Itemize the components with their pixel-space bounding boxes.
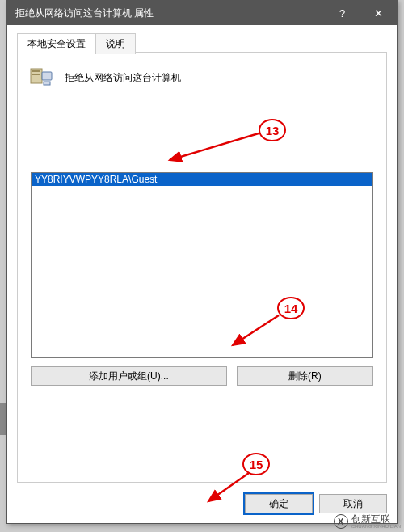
policy-header: 拒绝从网络访问这台计算机 [18,53,386,103]
list-button-row: 添加用户或组(U)... 删除(R) [31,366,373,386]
tab-local-security[interactable]: 本地安全设置 [17,33,96,54]
watermark-subtext: CHUANG XINHU LIAN [351,524,401,529]
callout-13: 13 [259,119,286,141]
svg-rect-1 [32,70,40,72]
watermark-text: 创新互联 [351,514,401,524]
add-user-button[interactable]: 添加用户或组(U)... [31,366,227,386]
callout-14: 14 [277,297,305,319]
svg-rect-3 [42,72,52,80]
background-strip [0,403,6,435]
policy-icon [27,64,55,91]
watermark-text-block: 创新互联 CHUANG XINHU LIAN [351,514,401,529]
callout-15: 15 [242,453,270,475]
policy-title: 拒绝从网络访问这台计算机 [65,71,181,85]
properties-dialog: 拒绝从网络访问这台计算机 属性 ? ✕ 本地安全设置 说明 拒绝从网络访问这台计… [6,0,398,524]
titlebar[interactable]: 拒绝从网络访问这台计算机 属性 ? ✕ [7,1,397,25]
client-area: 本地安全设置 说明 拒绝从网络访问这台计算机 YY8RIYVWPYY8RLA\G… [7,25,397,523]
tab-panel: 拒绝从网络访问这台计算机 YY8RIYVWPYY8RLA\Guest 添加用户或… [17,52,387,483]
tab-strip: 本地安全设置 说明 [17,33,135,54]
cancel-button[interactable]: 取消 [319,494,387,513]
close-button[interactable]: ✕ [360,1,397,25]
window-title: 拒绝从网络访问这台计算机 属性 [15,6,324,20]
ok-button[interactable]: 确定 [245,494,313,513]
user-list[interactable]: YY8RIYVWPYY8RLA\Guest [31,172,373,358]
tab-description[interactable]: 说明 [95,33,136,54]
watermark: X 创新互联 CHUANG XINHU LIAN [334,514,401,529]
list-item[interactable]: YY8RIYVWPYY8RLA\Guest [32,173,372,186]
dialog-button-row: 确定 取消 [245,494,387,513]
help-button[interactable]: ? [324,1,360,25]
remove-button[interactable]: 删除(R) [237,366,373,386]
svg-rect-4 [44,82,50,85]
watermark-logo-icon: X [334,514,348,529]
svg-rect-2 [32,74,40,75]
